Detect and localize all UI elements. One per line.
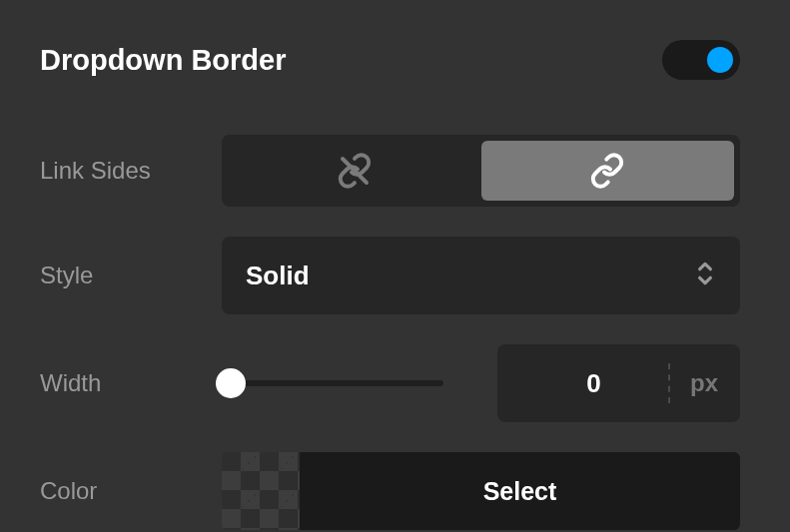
style-value: Solid xyxy=(246,261,310,291)
color-select-button[interactable]: Select xyxy=(300,452,740,530)
link-sides-unlinked-button[interactable] xyxy=(228,141,481,201)
link-sides-label: Link Sides xyxy=(40,157,222,185)
width-unit[interactable]: px xyxy=(668,363,718,403)
color-label: Color xyxy=(40,477,222,505)
slider-track xyxy=(222,380,443,386)
chevron-up-down-icon xyxy=(694,259,716,292)
style-label: Style xyxy=(40,262,222,289)
width-label: Width xyxy=(40,369,222,397)
section-title: Dropdown Border xyxy=(40,44,287,77)
color-row: Color Select xyxy=(40,452,740,530)
unlink-icon xyxy=(337,153,373,189)
color-swatch[interactable] xyxy=(222,452,300,530)
style-row: Style Solid xyxy=(40,237,740,314)
link-sides-linked-button[interactable] xyxy=(481,141,735,201)
link-sides-row: Link Sides xyxy=(40,135,740,207)
slider-thumb[interactable] xyxy=(216,368,246,398)
link-icon xyxy=(589,153,625,189)
width-value: 0 xyxy=(519,368,668,399)
link-sides-segmented xyxy=(222,135,740,207)
style-select[interactable]: Solid xyxy=(222,237,740,314)
enable-toggle[interactable] xyxy=(662,40,740,80)
section-header: Dropdown Border xyxy=(40,40,740,80)
toggle-knob xyxy=(707,47,733,73)
width-row: Width 0 px xyxy=(40,344,740,422)
width-slider[interactable] xyxy=(222,368,443,398)
width-number-input[interactable]: 0 px xyxy=(497,344,740,422)
